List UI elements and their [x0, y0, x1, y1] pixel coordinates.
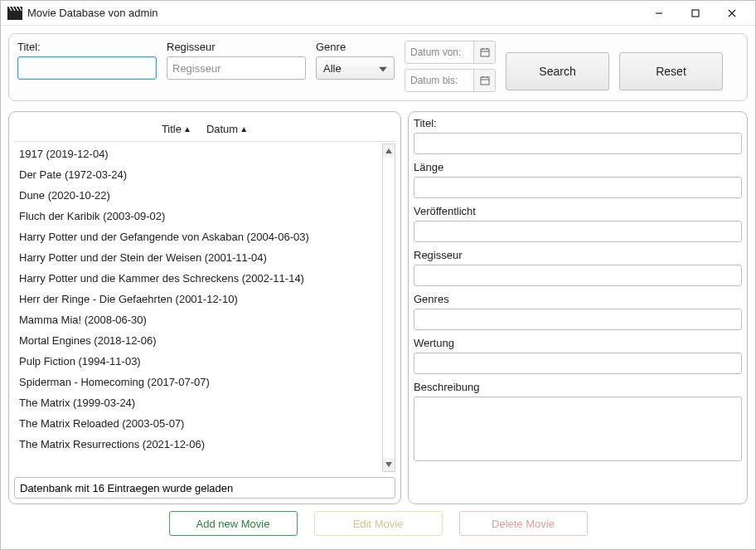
delete-movie-button: Delete Movie — [459, 511, 588, 536]
detail-published-field[interactable] — [414, 221, 742, 242]
action-bar: Add new Movie Edit Movie Delete Movie — [8, 504, 748, 543]
filter-genre-select[interactable]: Alle — [316, 56, 395, 80]
reset-button[interactable]: Reset — [619, 52, 723, 90]
sort-asc-icon: ▲ — [183, 124, 191, 134]
list-item[interactable]: Pulp Fiction (1994-11-03) — [14, 351, 382, 372]
scrollbar[interactable] — [382, 144, 395, 472]
list-item[interactable]: Der Pate (1972-03-24) — [14, 164, 382, 185]
list-item[interactable]: The Matrix (1999-03-24) — [14, 392, 382, 413]
date-to-field[interactable]: Datum bis: — [405, 69, 496, 92]
filter-director-input[interactable] — [167, 56, 306, 80]
clapperboard-icon — [7, 7, 22, 20]
list-item[interactable]: Fluch der Karibik (2003-09-02) — [14, 206, 382, 226]
movie-list: 1917 (2019-12-04)Der Pate (1972-03-24)Du… — [14, 144, 382, 472]
detail-description-label: Beschreibung — [414, 381, 742, 393]
maximize-button[interactable] — [677, 1, 714, 26]
detail-published-label: Veröffentlicht — [414, 205, 742, 217]
calendar-icon[interactable] — [473, 41, 495, 63]
main-area: Title▲ Datum▲ 1917 (2019-12-04)Der Pate … — [8, 111, 748, 504]
edit-movie-button: Edit Movie — [314, 511, 443, 536]
sort-date-header[interactable]: Datum▲ — [206, 123, 248, 135]
date-from-field[interactable]: Datum von: — [405, 41, 496, 64]
detail-rating-label: Wertung — [414, 337, 742, 349]
list-item[interactable]: The Matrix Resurrections (2021-12-06) — [14, 434, 382, 455]
search-button[interactable]: Search — [506, 52, 609, 90]
sort-title-header[interactable]: Title▲ — [162, 123, 191, 135]
content-area: Titel: Regisseur Genre Alle Datum von: — [1, 26, 755, 549]
list-item[interactable]: Harry Potter und der Gefangende von Aska… — [14, 226, 382, 247]
filter-panel: Titel: Regisseur Genre Alle Datum von: — [8, 33, 748, 101]
detail-rating-field[interactable] — [414, 353, 742, 374]
filter-director-label: Regisseur — [167, 41, 306, 53]
svg-marker-10 — [379, 67, 387, 72]
list-item[interactable]: Harry Potter und die Kammer des Schrecke… — [14, 268, 382, 289]
app-window: Movie Database von admin Titel: Regisseu… — [0, 0, 756, 550]
detail-director-label: Regisseur — [414, 249, 742, 261]
svg-marker-19 — [385, 148, 392, 153]
add-movie-button[interactable]: Add new Movie — [169, 511, 298, 536]
calendar-icon[interactable] — [473, 70, 495, 91]
list-item[interactable]: Mortal Engines (2018-12-06) — [14, 330, 382, 351]
date-from-placeholder: Datum von: — [405, 46, 473, 58]
filter-genre-value: Alle — [323, 62, 342, 75]
detail-director-field[interactable] — [414, 265, 742, 286]
filter-genre-label: Genre — [316, 41, 395, 53]
detail-length-field[interactable] — [414, 177, 742, 198]
details-panel: Titel: Länge Veröffentlicht Regisseur Ge… — [408, 111, 748, 504]
list-item[interactable]: The Matrix Reloaded (2003-05-07) — [14, 413, 382, 434]
detail-length-label: Länge — [414, 161, 742, 173]
minimize-button[interactable] — [641, 1, 677, 26]
detail-title-label: Titel: — [414, 117, 742, 129]
svg-rect-11 — [481, 49, 489, 56]
chevron-down-icon — [379, 62, 387, 75]
titlebar: Movie Database von admin — [1, 1, 755, 26]
status-field — [14, 477, 395, 499]
svg-rect-0 — [7, 11, 22, 20]
list-header: Title▲ Datum▲ — [14, 117, 395, 142]
detail-description-field[interactable] — [414, 397, 742, 461]
svg-rect-15 — [481, 77, 489, 85]
detail-genres-label: Genres — [414, 293, 742, 305]
scroll-down-icon[interactable] — [383, 458, 395, 471]
movie-list-panel: Title▲ Datum▲ 1917 (2019-12-04)Der Pate … — [8, 111, 401, 504]
list-item[interactable]: 1917 (2019-12-04) — [14, 144, 382, 164]
close-button[interactable] — [714, 1, 750, 26]
filter-title-label: Titel: — [17, 41, 157, 53]
svg-rect-7 — [692, 10, 699, 17]
date-to-placeholder: Datum bis: — [405, 75, 473, 86]
detail-genres-field[interactable] — [414, 309, 742, 330]
list-item[interactable]: Herr der Ringe - Die Gefaehrten (2001-12… — [14, 289, 382, 309]
list-item[interactable]: Spiderman - Homecoming (2017-07-07) — [14, 372, 382, 392]
list-item[interactable]: Mamma Mia! (2008-06-30) — [14, 309, 382, 330]
window-title: Movie Database von admin — [27, 7, 641, 19]
detail-title-field[interactable] — [414, 133, 742, 154]
list-item[interactable]: Dune (2020-10-22) — [14, 185, 382, 206]
filter-title-input[interactable] — [17, 56, 157, 80]
list-item[interactable]: Harry Potter und der Stein der Weisen (2… — [14, 247, 382, 268]
sort-asc-icon: ▲ — [240, 124, 248, 134]
scroll-up-icon[interactable] — [383, 144, 395, 158]
svg-marker-20 — [385, 462, 392, 467]
